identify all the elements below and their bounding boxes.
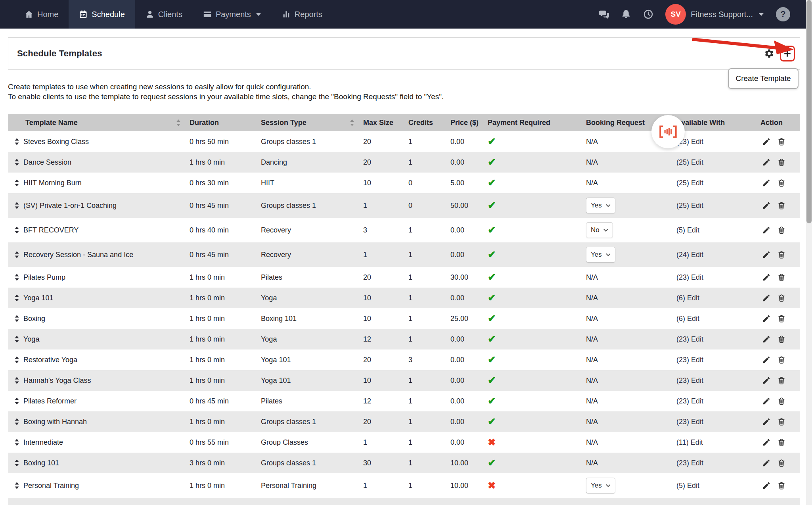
available-with-edit-link[interactable]: Edit xyxy=(691,356,703,364)
account-menu[interactable]: SV Fitness Support... xyxy=(665,4,764,25)
edit-row-button[interactable] xyxy=(762,250,771,259)
delete-row-button[interactable] xyxy=(777,273,786,282)
edit-row-button[interactable] xyxy=(762,335,771,344)
create-template-button[interactable] xyxy=(780,46,795,61)
edit-row-button[interactable] xyxy=(762,355,771,364)
available-with-edit-link[interactable]: Edit xyxy=(691,335,703,343)
available-with-edit-link[interactable]: Edit xyxy=(687,294,699,302)
floating-widget-button[interactable] xyxy=(651,115,685,148)
drag-handle[interactable] xyxy=(8,356,22,363)
settings-button[interactable] xyxy=(764,48,774,59)
delete-row-button[interactable] xyxy=(777,179,786,187)
available-with-edit-link[interactable]: Edit xyxy=(691,397,703,405)
drag-handle[interactable] xyxy=(8,159,22,166)
edit-row-button[interactable] xyxy=(762,459,771,467)
available-with-edit-link[interactable]: Edit xyxy=(691,138,703,146)
drag-handle[interactable] xyxy=(8,459,22,467)
scrollbar-thumb[interactable] xyxy=(806,0,812,223)
nav-item-schedule[interactable]: Schedule xyxy=(69,0,135,29)
edit-row-button[interactable] xyxy=(762,376,771,385)
drag-handle[interactable] xyxy=(8,418,22,425)
drag-handle[interactable] xyxy=(8,138,22,145)
booking-request-select[interactable]: Yes xyxy=(586,478,615,493)
delete-row-button[interactable] xyxy=(777,294,786,302)
edit-row-button[interactable] xyxy=(762,226,771,234)
delete-row-button[interactable] xyxy=(777,314,786,323)
nav-item-clients[interactable]: Clients xyxy=(135,0,193,29)
available-with-edit-link[interactable]: Edit xyxy=(691,438,703,446)
available-with-edit-link[interactable]: Edit xyxy=(691,273,703,281)
delete-row-button[interactable] xyxy=(777,459,786,467)
drag-handle[interactable] xyxy=(8,227,22,234)
edit-row-button[interactable] xyxy=(762,201,771,210)
available-with-edit-link[interactable]: Edit xyxy=(687,482,699,490)
nav-item-payments[interactable]: Payments xyxy=(193,0,272,29)
delete-row-button[interactable] xyxy=(777,397,786,405)
available-with-edit-link[interactable]: Edit xyxy=(691,179,703,187)
edit-row-button[interactable] xyxy=(762,314,771,323)
credits-cell: 1 xyxy=(405,294,447,302)
drag-handle-icon xyxy=(14,138,19,145)
credits-cell: 1 xyxy=(405,315,447,323)
available-with-edit-link[interactable]: Edit xyxy=(691,376,703,384)
available-with-edit-link[interactable]: Edit xyxy=(687,315,699,323)
drag-handle[interactable] xyxy=(8,377,22,384)
sort-icon[interactable] xyxy=(176,119,181,126)
duration-cell: 0 hrs 30 min xyxy=(186,179,258,187)
available-with-cell: (23) Edit xyxy=(673,273,757,282)
avatar[interactable]: SV xyxy=(665,4,686,25)
available-with-edit-link[interactable]: Edit xyxy=(691,158,703,166)
nav-item-reports[interactable]: Reports xyxy=(272,0,333,29)
available-with-edit-link[interactable]: Edit xyxy=(687,226,699,234)
edit-row-button[interactable] xyxy=(762,294,771,302)
nav-item-home[interactable]: Home xyxy=(14,0,69,29)
delete-row-button[interactable] xyxy=(777,376,786,385)
edit-row-button[interactable] xyxy=(762,137,771,146)
delete-row-button[interactable] xyxy=(777,226,786,234)
edit-row-button[interactable] xyxy=(762,438,771,447)
history-button[interactable] xyxy=(643,9,653,19)
edit-row-button[interactable] xyxy=(762,273,771,282)
delete-row-button[interactable] xyxy=(777,438,786,447)
drag-handle[interactable] xyxy=(8,202,22,209)
delete-row-button[interactable] xyxy=(777,481,786,490)
booking-request-select[interactable]: No xyxy=(586,222,613,238)
booking-request-select[interactable]: Yes xyxy=(586,247,615,263)
price-cell: 0.00 xyxy=(447,335,485,344)
available-with-edit-link[interactable]: Edit xyxy=(691,251,703,259)
delete-row-button[interactable] xyxy=(777,250,786,259)
drag-handle[interactable] xyxy=(8,315,22,322)
vertical-scrollbar[interactable] xyxy=(806,0,812,505)
duration-cell: 3 hrs 0 min xyxy=(186,459,258,467)
drag-handle[interactable] xyxy=(8,397,22,405)
drag-handle[interactable] xyxy=(8,482,22,489)
edit-row-button[interactable] xyxy=(762,417,771,426)
delete-row-button[interactable] xyxy=(777,201,786,210)
delete-row-button[interactable] xyxy=(777,137,786,146)
edit-row-button[interactable] xyxy=(762,179,771,187)
help-button[interactable]: ? xyxy=(776,7,790,21)
available-with-edit-link[interactable]: Edit xyxy=(691,202,703,209)
drag-handle[interactable] xyxy=(8,274,22,281)
available-with-edit-link[interactable]: Edit xyxy=(691,459,703,467)
column-header-template-name[interactable]: Template Name xyxy=(22,119,186,127)
column-header-session-type[interactable]: Session Type xyxy=(258,119,360,127)
edit-row-button[interactable] xyxy=(762,397,771,405)
notifications-button[interactable] xyxy=(621,9,631,19)
available-with-edit-link[interactable]: Edit xyxy=(691,418,703,426)
drag-handle[interactable] xyxy=(8,294,22,301)
booking-request-select[interactable]: Yes xyxy=(586,198,615,213)
drag-handle[interactable] xyxy=(8,336,22,343)
edit-row-button[interactable] xyxy=(762,158,771,167)
delete-row-button[interactable] xyxy=(777,158,786,167)
drag-handle[interactable] xyxy=(8,439,22,446)
drag-handle[interactable] xyxy=(8,251,22,258)
chat-button[interactable] xyxy=(599,9,609,19)
price-cell: 10.00 xyxy=(447,482,485,490)
drag-handle[interactable] xyxy=(8,179,22,186)
sort-icon[interactable] xyxy=(350,119,354,126)
delete-row-button[interactable] xyxy=(777,335,786,344)
delete-row-button[interactable] xyxy=(777,355,786,364)
delete-row-button[interactable] xyxy=(777,417,786,426)
edit-row-button[interactable] xyxy=(762,481,771,490)
